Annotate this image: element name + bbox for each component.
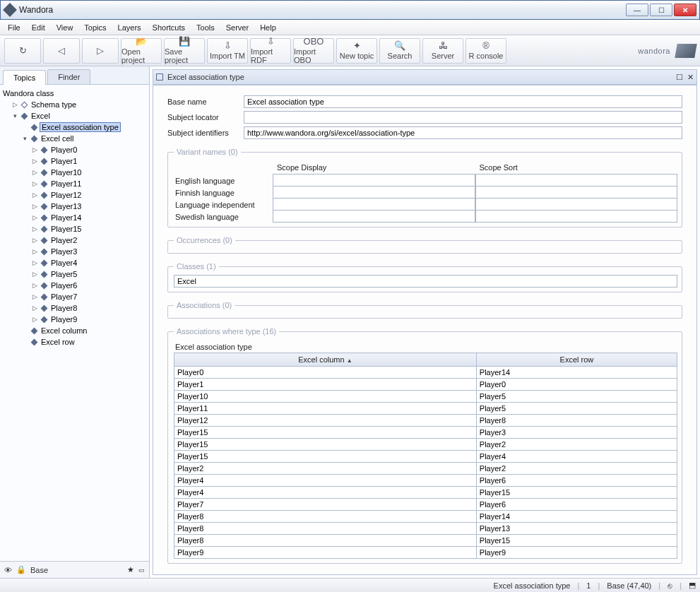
toolbar-server[interactable]: 🖧Server: [422, 38, 463, 64]
tree-player[interactable]: ▷Player8: [1, 302, 148, 314]
tab-topics[interactable]: Topics: [3, 70, 46, 85]
table-row[interactable]: Player4Player6: [174, 475, 677, 487]
star-icon[interactable]: ★: [127, 565, 134, 574]
table-cell[interactable]: Player4: [476, 451, 677, 463]
variant-sort-cell[interactable]: [475, 186, 678, 199]
table-cell[interactable]: Player6: [476, 475, 677, 487]
table-cell[interactable]: Player6: [476, 499, 677, 511]
expand-icon[interactable]: ▷: [31, 203, 39, 210]
menu-file[interactable]: File: [3, 21, 25, 34]
menu-topics[interactable]: Topics: [79, 21, 111, 34]
table-cell[interactable]: Player9: [174, 547, 477, 559]
expand-icon[interactable]: ▷: [31, 158, 39, 165]
expand-icon[interactable]: ▷: [31, 304, 39, 312]
minimize-button[interactable]: —: [626, 4, 648, 16]
tree-excel-column[interactable]: Excel column: [1, 325, 148, 336]
tree-player[interactable]: ▷Player1: [1, 155, 148, 167]
toolbar-new-topic[interactable]: ✦New topic: [336, 38, 377, 64]
variant-display-cell[interactable]: [273, 174, 475, 187]
expand-icon[interactable]: ▷: [31, 146, 39, 153]
menu-tools[interactable]: Tools: [191, 21, 220, 34]
tree-player[interactable]: ▷Player14: [1, 212, 148, 223]
table-row[interactable]: Player1Player0: [174, 379, 677, 391]
variant-sort-cell[interactable]: [475, 210, 678, 223]
table-cell[interactable]: Player3: [476, 427, 677, 439]
menu-shortcuts[interactable]: Shortcuts: [148, 21, 190, 34]
panel-close-button[interactable]: ✕: [687, 73, 694, 82]
menu-view[interactable]: View: [52, 21, 78, 34]
menu-help[interactable]: Help: [255, 21, 281, 34]
table-cell[interactable]: Player5: [476, 403, 677, 415]
maximize-button[interactable]: ☐: [650, 4, 672, 16]
assoc-table[interactable]: Excel column▲ Excel row Player0Player14P…: [174, 353, 677, 559]
table-cell[interactable]: Player15: [174, 439, 477, 451]
toolbar-save-project[interactable]: 💾Save project: [164, 38, 205, 64]
menu-icon[interactable]: ▭: [138, 567, 145, 574]
base-name-field[interactable]: [244, 95, 682, 108]
lock-icon[interactable]: 🔒: [16, 565, 26, 574]
table-row[interactable]: Player8Player13: [174, 523, 677, 535]
expand-icon[interactable]: ▷: [31, 271, 39, 278]
expand-icon[interactable]: ▷: [31, 259, 39, 266]
layer-name[interactable]: Base: [30, 566, 48, 574]
tree-excel[interactable]: ▾Excel: [1, 110, 148, 122]
toolbar-nav-1[interactable]: ◁: [43, 38, 80, 64]
table-cell[interactable]: Player0: [174, 367, 477, 379]
table-row[interactable]: Player8Player15: [174, 535, 677, 547]
table-cell[interactable]: Player8: [476, 415, 677, 427]
topic-tree[interactable]: Wandora class ▷Schema type ▾Excel Excel …: [0, 85, 149, 561]
tree-player[interactable]: ▷Player10: [1, 167, 148, 178]
tree-player[interactable]: ▷Player11: [1, 178, 148, 189]
toolbar-nav-2[interactable]: ▷: [82, 38, 119, 64]
table-row[interactable]: Player15Player4: [174, 451, 677, 463]
subject-identifiers-field[interactable]: [244, 126, 682, 139]
variant-sort-cell[interactable]: [475, 198, 678, 211]
table-cell[interactable]: Player8: [174, 535, 477, 547]
tree-schema[interactable]: ▷Schema type: [1, 99, 148, 110]
table-row[interactable]: Player4Player15: [174, 487, 677, 499]
expand-icon[interactable]: ▷: [31, 293, 39, 300]
expand-icon[interactable]: ▷: [31, 237, 39, 244]
toolbar-open-project[interactable]: 📂Open project: [121, 38, 162, 64]
collapse-icon[interactable]: ▾: [21, 135, 29, 142]
table-cell[interactable]: Player1: [174, 379, 477, 391]
tree-player[interactable]: ▷Player15: [1, 223, 148, 235]
tree-player[interactable]: ▷Player4: [1, 257, 148, 268]
tree-excel-row[interactable]: Excel row: [1, 336, 148, 348]
table-cell[interactable]: Player0: [476, 379, 677, 391]
assoc-col-0[interactable]: Excel column▲: [174, 353, 477, 367]
status-icon-2[interactable]: ⬒: [689, 581, 696, 590]
menu-edit[interactable]: Edit: [27, 21, 50, 34]
status-icon-1[interactable]: ⎋: [668, 581, 672, 590]
tree-player[interactable]: ▷Player6: [1, 280, 148, 291]
expand-icon[interactable]: ▷: [31, 191, 39, 199]
panel-max-button[interactable]: ☐: [676, 73, 683, 82]
tree-excel-cell[interactable]: ▾Excel cell: [1, 133, 148, 144]
table-cell[interactable]: Player2: [476, 463, 677, 475]
table-cell[interactable]: Player11: [174, 403, 477, 415]
expand-icon[interactable]: ▷: [31, 214, 39, 221]
table-cell[interactable]: Player12: [174, 415, 477, 427]
toolbar-r-console[interactable]: ®R console: [465, 38, 506, 64]
expand-icon[interactable]: ▷: [31, 169, 39, 176]
eye-icon[interactable]: 👁: [4, 566, 12, 574]
toolbar-nav-0[interactable]: ↻: [4, 38, 41, 64]
menu-server[interactable]: Server: [221, 21, 254, 34]
tree-player[interactable]: ▷Player13: [1, 201, 148, 212]
collapse-icon[interactable]: ▾: [11, 112, 19, 119]
table-cell[interactable]: Player15: [174, 451, 477, 463]
subject-locator-field[interactable]: [244, 111, 682, 124]
table-cell[interactable]: Player10: [174, 391, 477, 403]
tree-player[interactable]: ▷Player9: [1, 314, 148, 325]
table-row[interactable]: Player11Player5: [174, 403, 677, 415]
expand-icon[interactable]: ▷: [31, 225, 39, 232]
tab-finder[interactable]: Finder: [47, 69, 90, 84]
table-row[interactable]: Player10Player5: [174, 391, 677, 403]
table-row[interactable]: Player12Player8: [174, 415, 677, 427]
table-cell[interactable]: Player15: [174, 427, 477, 439]
expand-icon[interactable]: ▷: [11, 101, 19, 108]
table-row[interactable]: Player8Player14: [174, 511, 677, 523]
tree-player[interactable]: ▷Player12: [1, 189, 148, 201]
tree-root[interactable]: Wandora class: [1, 88, 148, 99]
expand-icon[interactable]: ▷: [31, 282, 39, 289]
